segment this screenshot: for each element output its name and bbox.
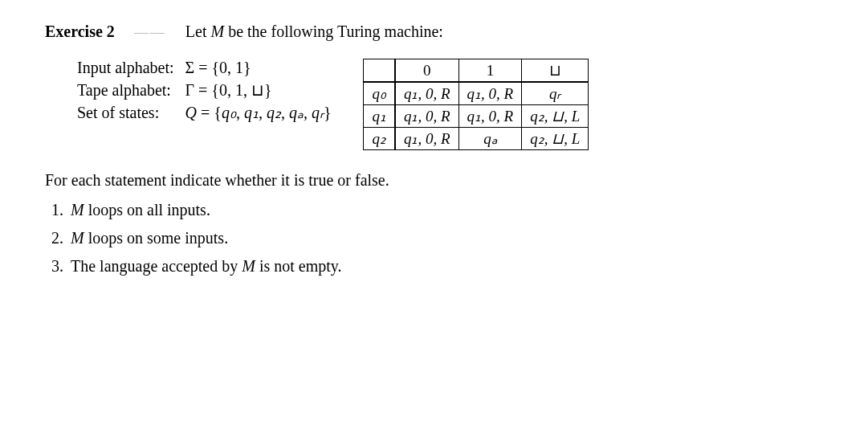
tape-alphabet-label: Tape alphabet:	[77, 81, 174, 100]
row-cell: q₁, 0, R	[395, 128, 458, 150]
list-item: M loops on some inputs.	[67, 229, 823, 247]
states-label: Set of states:	[77, 104, 174, 122]
table-row: q₀ q₁, 0, R q₁, 0, R qᵣ	[364, 82, 589, 105]
tape-alphabet-value: Γ = {0, 1, ⊔}	[185, 80, 332, 100]
states-value: Q = {q₀, q₁, q₂, qₐ, qᵣ}	[185, 103, 332, 122]
table-row: q₁ q₁, 0, R q₁, 0, R q₂, ⊔, L	[364, 105, 589, 128]
table-row: q₂ q₁, 0, R qₐ q₂, ⊔, L	[364, 128, 589, 150]
row-cell: q₁, 0, R	[395, 105, 458, 128]
list-item: M loops on all inputs.	[67, 201, 823, 219]
table-col-0: 0	[395, 59, 458, 83]
row-cell: q₂, ⊔, L	[522, 105, 589, 128]
row-cell: q₁, 0, R	[458, 105, 522, 128]
row-cell: q₁, 0, R	[458, 82, 522, 105]
list-item: The language accepted by M is not empty.	[67, 257, 823, 276]
exercise-heading: Exercise 2 —— Let M be the following Tur…	[45, 22, 823, 41]
table-header-row: 0 1 ⊔	[364, 59, 589, 83]
transition-table: 0 1 ⊔ q₀ q₁, 0, R q₁, 0, R qᵣ q₁ q₁, 0, …	[363, 59, 589, 150]
instruction-text: For each statement indicate whether it i…	[45, 171, 823, 190]
definitions: Input alphabet: Σ = {0, 1} Tape alphabet…	[77, 59, 331, 122]
row-state: q₁	[364, 105, 395, 128]
row-cell: qₐ	[458, 128, 522, 150]
definition-and-table: Input alphabet: Σ = {0, 1} Tape alphabet…	[77, 59, 823, 150]
table-col-1: 1	[458, 59, 522, 83]
heading-gap: ——	[134, 24, 166, 41]
exercise-intro: Let M be the following Turing machine:	[185, 22, 443, 41]
row-cell: q₁, 0, R	[395, 82, 458, 105]
input-alphabet-label: Input alphabet:	[77, 59, 174, 77]
statement-list: M loops on all inputs. M loops on some i…	[67, 201, 823, 276]
row-state: q₀	[364, 82, 395, 105]
row-state: q₂	[364, 128, 395, 150]
row-cell: qᵣ	[522, 82, 589, 105]
table-col-blank: ⊔	[522, 59, 589, 83]
table-corner-cell	[364, 59, 395, 83]
input-alphabet-value: Σ = {0, 1}	[185, 59, 332, 77]
exercise-label: Exercise 2	[45, 22, 115, 41]
row-cell: q₂, ⊔, L	[522, 128, 589, 150]
